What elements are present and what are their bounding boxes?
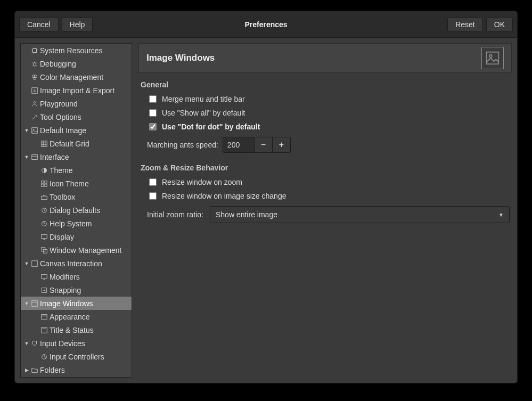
resize-on-zoom-row[interactable]: Resize window on zoom — [141, 175, 510, 189]
grid-icon — [40, 140, 48, 148]
expander-icon[interactable]: ▼ — [23, 341, 30, 346]
form-area: General Merge menu and title bar Use "Sh… — [138, 73, 512, 226]
svg-rect-7 — [32, 127, 38, 133]
tree-item-canvas-interaction[interactable]: ▼Canvas Interaction — [21, 257, 132, 270]
window-icon — [30, 299, 39, 308]
merge-menu-row[interactable]: Merge menu and title bar — [141, 92, 510, 106]
tree-item-input-devices[interactable]: ▼Input Devices — [21, 337, 132, 350]
tree-item-icon-theme[interactable]: Icon Theme — [21, 177, 132, 190]
chevron-down-icon: ▼ — [498, 212, 504, 218]
tree-item-label: Help System — [50, 219, 92, 228]
tree-item-input-controllers[interactable]: Input Controllers — [21, 350, 132, 363]
tree-item-folders[interactable]: ▶Folders — [21, 363, 132, 377]
tree-item-label: Appearance — [50, 313, 90, 321]
tree-item-label: Snapping — [50, 286, 81, 294]
ok-button[interactable]: OK — [486, 17, 513, 32]
dot-for-dot-label: Use "Dot for dot" by default — [162, 122, 260, 131]
svg-point-1 — [33, 62, 36, 66]
zoom-heading: Zoom & Resize Behavior — [141, 163, 510, 172]
tree-item-label: Theme — [50, 166, 73, 175]
tree-item-snapping[interactable]: Snapping — [21, 283, 132, 297]
tree-item-label: Debugging — [40, 60, 76, 68]
resize-on-size-label: Resize window on image size change — [162, 192, 286, 200]
tree-item-theme[interactable]: Theme — [21, 163, 132, 177]
tree-item-tool-options[interactable]: Tool Options — [21, 110, 132, 124]
cancel-button[interactable]: Cancel — [19, 17, 59, 32]
show-all-checkbox[interactable] — [149, 109, 157, 117]
tree-item-appearance[interactable]: Appearance — [21, 310, 132, 323]
initial-zoom-row: Initial zoom ratio: Show entire image ▼ — [141, 203, 510, 226]
tree-item-toolbox[interactable]: Toolbox — [21, 190, 132, 203]
tree-item-label: Default Image — [40, 126, 86, 135]
color-icon — [30, 73, 39, 81]
expander-icon[interactable]: ▼ — [23, 301, 30, 306]
svg-rect-16 — [42, 196, 47, 199]
marching-ants-decrement[interactable]: − — [255, 137, 273, 153]
dot-for-dot-row[interactable]: Use "Dot for dot" by default — [141, 120, 510, 134]
marching-ants-input[interactable] — [223, 137, 255, 153]
initial-zoom-value: Show entire image — [216, 210, 277, 219]
merge-menu-checkbox[interactable] — [149, 95, 157, 103]
tree-item-modifiers[interactable]: Modifiers — [21, 270, 132, 283]
tree-item-display[interactable]: Display — [21, 230, 132, 243]
tree-item-image-windows[interactable]: ▼Image Windows — [21, 297, 132, 310]
expander-icon[interactable]: ▶ — [23, 367, 30, 373]
content-header: Image Windows — [138, 43, 512, 73]
tree-item-dialog-defaults[interactable]: Dialog Defaults — [21, 203, 132, 217]
resize-on-size-row[interactable]: Resize window on image size change — [141, 189, 510, 203]
show-all-row[interactable]: Use "Show all" by default — [141, 106, 510, 120]
image-icon — [30, 126, 39, 135]
tree-item-interface[interactable]: ▼Interface — [21, 150, 132, 163]
play-icon — [30, 100, 39, 108]
svg-rect-26 — [32, 300, 38, 306]
import-icon — [30, 86, 39, 95]
expander-icon[interactable]: ▼ — [23, 154, 30, 160]
page-title: Image Windows — [146, 53, 215, 63]
tree-item-debugging[interactable]: Debugging — [21, 57, 132, 70]
svg-rect-30 — [487, 52, 499, 64]
tree-item-default-image[interactable]: ▼Default Image — [21, 124, 132, 137]
tree-item-label: Dialog Defaults — [50, 206, 100, 215]
tree-item-label: Default Grid — [50, 140, 89, 148]
tree-item-default-grid[interactable]: Default Grid — [21, 137, 132, 150]
tree-item-color-management[interactable]: Color Management — [21, 70, 132, 84]
tree-item-title-status[interactable]: Title & Status — [21, 323, 132, 337]
icons-icon — [40, 179, 48, 188]
tree-item-label: Input Controllers — [50, 353, 104, 361]
appearance-icon — [40, 313, 48, 321]
tree-item-label: Input Devices — [40, 339, 85, 348]
preferences-tree[interactable]: System ResourcesDebuggingColor Managemen… — [20, 43, 132, 378]
title-icon — [40, 326, 48, 334]
tree-item-label: Display — [50, 233, 74, 241]
tree-item-label: Image Import & Export — [40, 86, 114, 95]
svg-rect-0 — [33, 48, 37, 52]
tree-item-playground[interactable]: Playground — [21, 97, 132, 110]
svg-rect-23 — [42, 274, 47, 278]
preferences-dialog: Cancel Help Preferences Reset OK System … — [14, 11, 518, 383]
dot-for-dot-checkbox[interactable] — [149, 123, 157, 130]
expander-icon[interactable]: ▼ — [23, 128, 30, 133]
show-all-label: Use "Show all" by default — [162, 109, 245, 117]
tree-item-window-management[interactable]: Window Management — [21, 243, 132, 257]
resize-on-zoom-checkbox[interactable] — [149, 178, 157, 186]
reset-button[interactable]: Reset — [447, 17, 483, 32]
marching-ants-row: Marching ants speed: − + — [141, 134, 510, 156]
resize-on-size-checkbox[interactable] — [149, 192, 157, 200]
tree-item-image-import-export[interactable]: Image Import & Export — [21, 84, 132, 97]
svg-rect-19 — [42, 234, 47, 238]
theme-icon — [40, 166, 48, 175]
tree-item-label: Interface — [40, 153, 69, 161]
expander-icon[interactable]: ▼ — [23, 261, 30, 266]
tree-item-help-system[interactable]: Help System — [21, 217, 132, 230]
initial-zoom-combo[interactable]: Show entire image ▼ — [210, 206, 510, 223]
tree-item-label: Canvas Interaction — [40, 259, 102, 268]
tree-item-label: Folders — [40, 366, 65, 374]
svg-point-6 — [34, 101, 36, 103]
canvas-icon — [30, 259, 39, 268]
help-button[interactable]: Help — [62, 17, 93, 32]
tree-item-system-resources[interactable]: System Resources — [21, 44, 132, 57]
svg-rect-9 — [42, 141, 47, 146]
marching-ants-increment[interactable]: + — [273, 137, 291, 153]
general-heading: General — [141, 80, 510, 89]
chip-icon — [30, 46, 39, 55]
